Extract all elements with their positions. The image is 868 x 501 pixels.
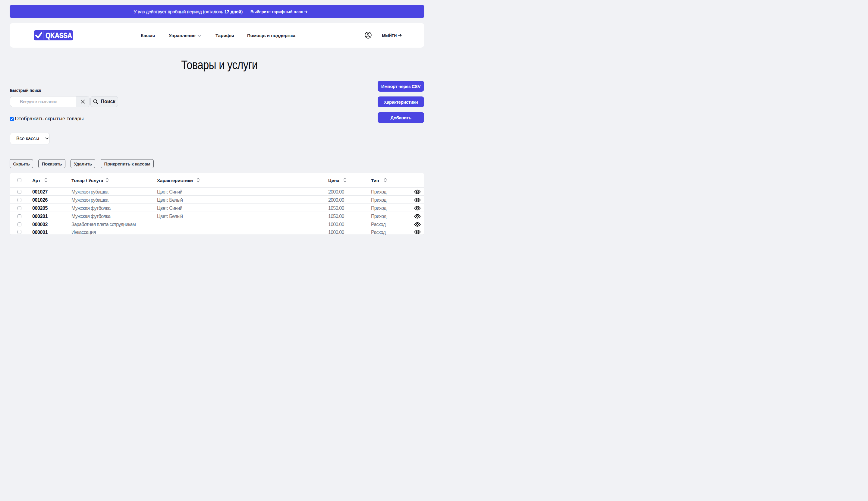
svg-text:QKASSA: QKASSA bbox=[45, 32, 72, 40]
